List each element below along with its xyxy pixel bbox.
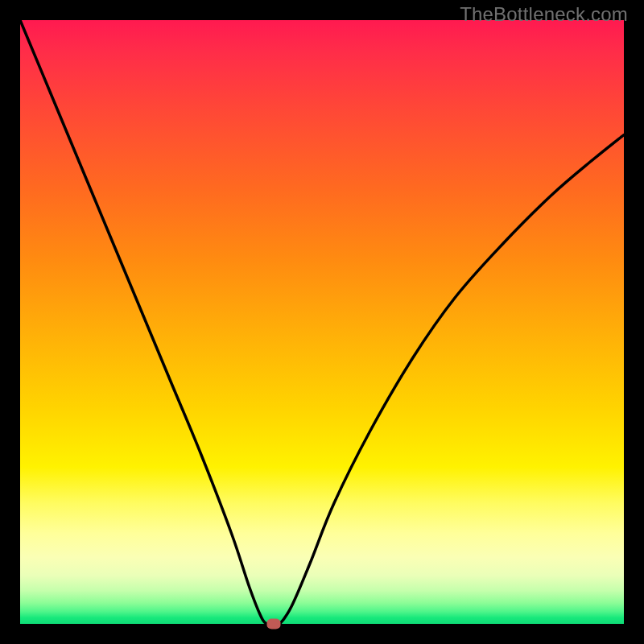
curve-path — [20, 20, 624, 625]
minimum-marker — [267, 619, 281, 630]
chart-container: TheBottleneck.com — [0, 0, 644, 644]
watermark-text: TheBottleneck.com — [460, 3, 628, 26]
plot-area — [20, 20, 624, 624]
bottleneck-curve — [20, 20, 624, 624]
